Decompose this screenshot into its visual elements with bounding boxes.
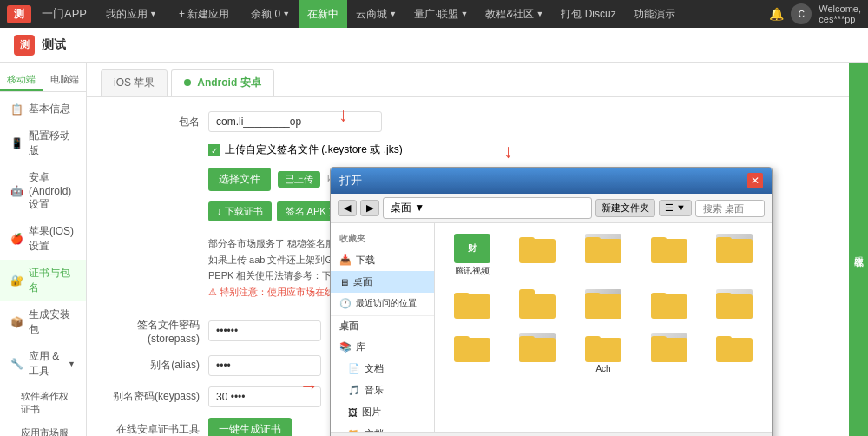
sidebar-item-config-mobile[interactable]: 📱 配置移动版 <box>0 122 86 164</box>
nav-balance[interactable]: 余额 0 ▼ <box>242 0 299 28</box>
generate-cert-button[interactable]: 一键生成证书 <box>208 418 292 436</box>
app-title: 测试 <box>42 37 66 53</box>
folder-item-3[interactable] <box>639 230 700 281</box>
folder-item-ach[interactable]: Ach <box>573 329 634 377</box>
notification-bell[interactable]: 🔔 <box>769 7 784 21</box>
right-panel[interactable]: 在线客服 <box>849 63 868 436</box>
folder-item-1[interactable] <box>508 230 569 281</box>
folder-item-9[interactable] <box>704 286 765 324</box>
nav-separator-2 <box>240 5 240 23</box>
music-icon: 🎵 <box>348 385 360 396</box>
dialog-toolbar: ◀ ▶ 桌面 ▼ 新建文件夹 ☰ ▼ <box>331 194 772 223</box>
dialog-back-button[interactable]: ◀ <box>338 200 357 216</box>
nav-cloud-store[interactable]: 云商城 ▼ <box>347 0 405 28</box>
dialog-sidebar-library[interactable]: 📚 库 <box>331 336 434 358</box>
dialog-view-options-button[interactable]: ☰ ▼ <box>659 200 692 216</box>
folder-item-2[interactable] <box>573 230 634 281</box>
android-icon: 🤖 <box>10 185 23 197</box>
package-name-row: 包名 ↑ <box>104 111 832 132</box>
sidebar-item-ios-settings[interactable]: 🍎 苹果(iOS) 设置 <box>0 218 86 260</box>
nav-tutorials[interactable]: 教程&社区 ▼ <box>477 0 552 28</box>
upload-checkbox[interactable]: ✓ <box>208 144 220 156</box>
app-name-nav: 一门APP <box>42 6 87 22</box>
nav-ads[interactable]: 量广·联盟 ▼ <box>405 0 477 28</box>
folder-label-0: 腾讯视频 <box>455 265 490 277</box>
folder-icon-8 <box>651 289 687 319</box>
user-avatar[interactable]: C <box>791 3 812 24</box>
dialog-file-grid: 财 腾讯视频 <box>435 223 772 432</box>
folder-item-5[interactable] <box>442 286 503 324</box>
folder-label-ach: Ach <box>595 364 610 373</box>
alias-input[interactable] <box>208 355 321 376</box>
dialog-search-input[interactable] <box>695 200 765 217</box>
dialog-sidebar-music[interactable]: 🎵 音乐 <box>331 380 434 401</box>
dialog-title-bar: 打开 ✕ <box>331 168 772 194</box>
select-file-button[interactable]: 选择文件 <box>208 168 271 191</box>
sidebar-sub-item-app-market[interactable]: 应用市场服务（上架） <box>0 421 86 436</box>
sidebar-item-cert[interactable]: 🔐 证书与包名 <box>0 260 86 301</box>
dialog-sidebar-files[interactable]: 📂 文档 <box>331 423 434 432</box>
folder-icon-10 <box>454 333 490 362</box>
folder-item-8[interactable] <box>639 286 700 324</box>
folder-icon-2 <box>585 234 621 263</box>
downloads-icon: 📥 <box>339 254 352 266</box>
docs-icon: 📄 <box>348 363 360 374</box>
folder-item-4[interactable] <box>704 230 765 281</box>
sidebar-item-basic-info[interactable]: 📋 基本信息 <box>0 96 86 122</box>
folder-item-13[interactable] <box>639 329 700 377</box>
package-name-input[interactable] <box>208 111 382 132</box>
nav-demo[interactable]: 功能演示 <box>625 0 684 28</box>
folder-icon-special: 财 <box>454 234 490 263</box>
platform-tabs: iOS 苹果 Android 安卓 <box>87 63 849 97</box>
sign-pass-input[interactable] <box>208 320 321 341</box>
sign-pass-label: 签名文件密码(storepass) <box>104 318 208 345</box>
dialog-footer: 文件名(N): 自定义文件 <box>331 432 772 436</box>
folder-item-10[interactable] <box>442 329 503 377</box>
tab-android[interactable]: Android 安卓 <box>171 69 273 96</box>
tools-icon: 🔧 <box>10 358 23 370</box>
sidebar-tab-desktop[interactable]: 电脑端 <box>43 69 87 91</box>
folder-item-6[interactable] <box>508 286 569 324</box>
nav-active-item[interactable]: 在新中 <box>299 0 347 28</box>
arrow-save: → <box>299 375 319 398</box>
username-display: Welcome, ces***pp <box>819 3 861 24</box>
dialog-sidebar-images[interactable]: 🖼 图片 <box>331 401 434 423</box>
app-icon: 测 <box>14 35 35 56</box>
config-mobile-icon: 📱 <box>10 137 23 149</box>
ios-icon: 🍎 <box>10 233 23 245</box>
sidebar-tab-mobile[interactable]: 移动端 <box>0 69 43 91</box>
nav-right-area: 🔔 C Welcome, ces***pp <box>769 3 861 24</box>
sidebar-item-android-settings[interactable]: 🤖 安卓(Android) 设置 <box>0 164 86 218</box>
dialog-sidebar-downloads[interactable]: 📥 下载 <box>331 249 434 271</box>
tab-ios[interactable]: iOS 苹果 <box>101 69 168 96</box>
nav-separator-1 <box>168 5 168 23</box>
sidebar-sub-item-software-cert[interactable]: 软件著作权证书 <box>0 385 86 421</box>
file-open-dialog: 打开 ✕ ◀ ▶ 桌面 ▼ 新建文件夹 ☰ ▼ 收藏夹 📥 下载 <box>330 167 773 436</box>
folder-item-7[interactable] <box>573 286 634 324</box>
desktop-icon: 🖥 <box>339 277 349 287</box>
folder-item-0[interactable]: 财 腾讯视频 <box>442 230 503 281</box>
nav-new-app[interactable]: + 新建应用 <box>170 0 238 28</box>
folder-icon-1 <box>519 234 556 263</box>
dialog-new-folder-button[interactable]: 新建文件夹 <box>595 199 655 217</box>
dialog-path-bar[interactable]: 桌面 ▼ <box>383 197 592 219</box>
folder-icon-14 <box>716 333 753 362</box>
folder-item-14[interactable] <box>704 329 765 377</box>
dialog-sidebar-desktop[interactable]: 🖥 桌面 <box>331 271 434 293</box>
content-area: iOS 苹果 Android 安卓 包名 ↑ ✓ 上传自定义签名文件 (.key… <box>87 63 849 436</box>
top-navigation: 测 一门APP 我的应用 ▼ + 新建应用 余额 0 ▼ 在新中 云商城 ▼ 量… <box>0 0 868 28</box>
dialog-close-button[interactable]: ✕ <box>747 173 763 188</box>
folder-icon-11 <box>519 333 556 362</box>
dialog-sidebar-recent[interactable]: 🕐 最近访问的位置 <box>331 293 434 314</box>
folder-icon-13 <box>651 333 687 362</box>
dialog-forward-button[interactable]: ▶ <box>360 200 379 216</box>
dialog-sidebar-docs[interactable]: 📄 文档 <box>331 358 434 380</box>
app-logo[interactable]: 测 <box>7 5 31 23</box>
nav-discuz[interactable]: 打包 Discuz <box>552 0 624 28</box>
download-cert-button[interactable]: ↓ 下载证书 <box>208 201 272 221</box>
folder-item-11[interactable] <box>508 329 569 377</box>
sidebar-item-tools[interactable]: 🔧 应用 & 工具 ▼ <box>0 343 86 385</box>
nav-my-apps[interactable]: 我的应用 ▼ <box>97 0 166 28</box>
sidebar-item-generate-package[interactable]: 📦 生成安装包 <box>0 301 86 343</box>
sidebar: 移动端 电脑端 📋 基本信息 📱 配置移动版 🤖 安卓(Android) 设置 … <box>0 63 87 436</box>
